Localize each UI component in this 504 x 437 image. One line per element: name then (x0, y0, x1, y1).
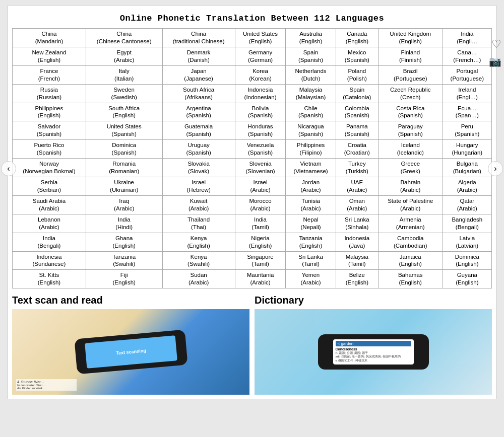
table-cell[interactable]: India(Engli… (443, 29, 491, 47)
table-cell[interactable]: United States(English) (235, 29, 286, 47)
table-cell[interactable]: Cana…(French…) (443, 47, 491, 65)
table-cell[interactable]: Iceland(Icelandic) (378, 140, 443, 159)
table-cell[interactable]: St. Kitts(English) (13, 270, 86, 288)
table-cell[interactable]: Sri Lanka(Sinhala) (336, 214, 378, 233)
table-cell[interactable]: Slovenia(Slovenian) (235, 159, 286, 177)
table-cell[interactable]: Indonesia(Indonesian) (235, 84, 286, 103)
table-cell[interactable]: Colombia(Spanish) (336, 103, 378, 121)
table-cell[interactable]: Nicaragua(Spanish) (286, 121, 336, 140)
table-cell[interactable]: Ukraine(Ukrainian) (86, 177, 162, 196)
table-cell[interactable]: Czech Republic(Czech) (378, 84, 443, 103)
table-cell[interactable]: Nigeria(English) (235, 233, 286, 251)
table-cell[interactable]: Greece(Greek) (378, 159, 443, 177)
table-cell[interactable]: Morocco(Arabic) (235, 195, 286, 214)
table-cell[interactable]: Spain(Catalonia) (336, 84, 378, 103)
table-cell[interactable]: UAE(Arabic) (336, 177, 378, 196)
table-cell[interactable]: Singapore(Tamil) (235, 251, 286, 270)
table-cell[interactable]: Germany(German) (235, 47, 286, 65)
table-cell[interactable]: Nepal(Nepali) (286, 214, 336, 233)
table-cell[interactable]: Indonesia(Java) (336, 233, 378, 251)
table-cell[interactable]: Japan(Japanese) (162, 65, 235, 84)
table-cell[interactable]: Guatemala(Spanish) (162, 121, 235, 140)
table-cell[interactable]: Salvador(Spanish) (13, 121, 86, 140)
table-cell[interactable]: Portugal(Portuguese) (443, 65, 491, 84)
table-cell[interactable]: Malaysia(Malaysian) (286, 84, 336, 103)
table-cell[interactable]: Saudi Arabia(Arabic) (13, 195, 86, 214)
table-cell[interactable]: Dominica(English) (443, 251, 491, 270)
right-arrow-button[interactable]: › (488, 161, 503, 176)
table-cell[interactable]: Israel(Arabic) (235, 177, 286, 196)
table-cell[interactable]: Algeria(Arabic) (443, 177, 491, 196)
table-cell[interactable]: Finland(Finnish) (378, 47, 443, 65)
table-cell[interactable]: Egypt(Arabic) (86, 47, 162, 65)
table-cell[interactable]: Kenya(English) (162, 233, 235, 251)
table-cell[interactable]: India(Bengali) (13, 233, 86, 251)
camera-icon[interactable]: 📷 (489, 55, 501, 67)
table-cell[interactable]: Tunisia(Arabic) (286, 195, 336, 214)
table-cell[interactable]: Croatia(Croatian) (336, 140, 378, 159)
table-cell[interactable]: Poland(Polish) (336, 65, 378, 84)
table-cell[interactable]: China(Mandarin) (13, 29, 86, 47)
heart-icon[interactable]: ♡ (491, 38, 501, 51)
table-cell[interactable]: Mauritania(Arabic) (235, 270, 286, 288)
table-cell[interactable]: France(French) (13, 65, 86, 84)
table-cell[interactable]: Armenia(Armenian) (378, 214, 443, 233)
table-cell[interactable]: Tanzania(Swahili) (86, 251, 162, 270)
table-cell[interactable]: Paraguay(Spanish) (378, 121, 443, 140)
table-cell[interactable]: Bangladesh(Bengali) (443, 214, 491, 233)
table-cell[interactable]: Netherlands(Dutch) (286, 65, 336, 84)
table-cell[interactable]: Belize(English) (336, 270, 378, 288)
table-cell[interactable]: Australia(English) (286, 29, 336, 47)
table-cell[interactable]: Hungary(Hungarian) (443, 140, 491, 159)
table-cell[interactable]: Brazil(Portuguese) (378, 65, 443, 84)
table-cell[interactable]: Sweden(Swedish) (86, 84, 162, 103)
table-cell[interactable]: United Kingdom(English) (378, 29, 443, 47)
table-cell[interactable]: Turkey(Turkish) (336, 159, 378, 177)
table-cell[interactable]: Sudan(Arabic) (162, 270, 235, 288)
table-cell[interactable]: Iraq(Arabic) (86, 195, 162, 214)
table-cell[interactable]: New Zealand(English) (13, 47, 86, 65)
table-cell[interactable]: State of Palestine(Arabic) (378, 195, 443, 214)
table-cell[interactable]: United States(Spanish) (86, 121, 162, 140)
table-cell[interactable]: Kenya(Swahili) (162, 251, 235, 270)
table-cell[interactable]: Venezuela(Spanish) (235, 140, 286, 159)
table-cell[interactable]: Canada(English) (336, 29, 378, 47)
table-cell[interactable]: Oman(Arabic) (336, 195, 378, 214)
table-cell[interactable]: Indonesia(Sundanese) (13, 251, 86, 270)
table-cell[interactable]: Chile(Spanish) (286, 103, 336, 121)
table-cell[interactable]: Guyana(English) (443, 270, 491, 288)
table-cell[interactable]: Serbia(Serbian) (13, 177, 86, 196)
left-arrow-button[interactable]: ‹ (1, 161, 16, 176)
table-cell[interactable]: Korea(Korean) (235, 65, 286, 84)
table-cell[interactable]: South Africa(English) (86, 103, 162, 121)
table-cell[interactable]: Argentina(Spanish) (162, 103, 235, 121)
table-cell[interactable]: Qatar(Arabic) (443, 195, 491, 214)
table-cell[interactable]: Costa Rica(Spanish) (378, 103, 443, 121)
table-cell[interactable]: Panama(Spanish) (336, 121, 378, 140)
table-cell[interactable]: Slovakia(Slovak) (162, 159, 235, 177)
table-cell[interactable]: Romania(Romanian) (86, 159, 162, 177)
table-cell[interactable]: Denmark(Danish) (162, 47, 235, 65)
table-cell[interactable]: Israel(Hebrew) (162, 177, 235, 196)
table-cell[interactable]: Italy(Italian) (86, 65, 162, 84)
table-cell[interactable]: Malaysia(Tamil) (336, 251, 378, 270)
table-cell[interactable]: Ghana(English) (86, 233, 162, 251)
table-cell[interactable]: Sri Lanka(Tamil) (286, 251, 336, 270)
table-cell[interactable]: Fiji(English) (86, 270, 162, 288)
table-cell[interactable]: Lebanon(Arabic) (13, 214, 86, 233)
table-cell[interactable]: India(Hindi) (86, 214, 162, 233)
table-cell[interactable]: Norway(Norwegian Bokmal) (13, 159, 86, 177)
table-cell[interactable]: Ireland(Engl…) (443, 84, 491, 103)
table-cell[interactable]: Bahamas(English) (378, 270, 443, 288)
table-cell[interactable]: Kuwait(Arabic) (162, 195, 235, 214)
table-cell[interactable]: Honduras(Spanish) (235, 121, 286, 140)
table-cell[interactable]: Cambodia(Cambodian) (378, 233, 443, 251)
table-cell[interactable]: Ecua…(Span…) (443, 103, 491, 121)
table-cell[interactable]: India(Tamil) (235, 214, 286, 233)
table-cell[interactable]: Bulgaria(Bulgarian) (443, 159, 491, 177)
table-cell[interactable]: Puerto Rico(Spanish) (13, 140, 86, 159)
table-cell[interactable]: Tanzania(English) (286, 233, 336, 251)
table-cell[interactable]: Philippines(English) (13, 103, 86, 121)
table-cell[interactable]: Vietnam(Vietnamese) (286, 159, 336, 177)
table-cell[interactable]: Bolivia(Spanish) (235, 103, 286, 121)
